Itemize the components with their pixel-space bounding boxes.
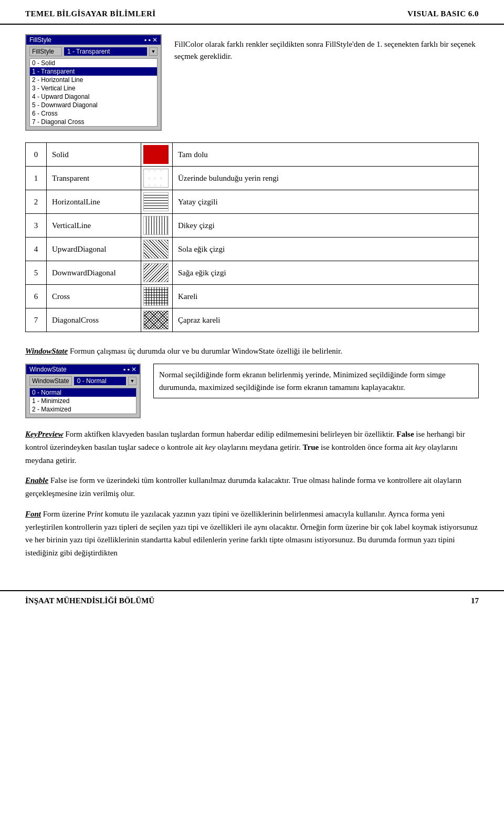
footer-left: İNŞAAT MÜHENDİSLİĞİ BÖLÜMÜ [25,596,154,605]
row-desc: Üzerinde bulunduğu yerin rengi [173,167,479,190]
fillstyle-option-3[interactable]: 3 - Vertical Line [30,84,157,92]
row-pattern [141,308,173,332]
font-text1: Form üzerine P [43,510,91,518]
row-name: Solid [47,143,141,167]
window-state-description: Normal seçildiğinde form ekranın belirle… [153,364,479,398]
row-desc: Kareli [173,285,479,308]
row-name: DiagonalCross [47,308,141,332]
fillstyle-title-bar: FillStyle ▪ ▪ ✕ [26,35,161,45]
fillstyle-option-2[interactable]: 2 - Horizontal Line [30,76,157,84]
header-title-left: TEMEL BİLGİSAYAR BİLİMLERİ [25,9,156,18]
keypreview-text4: ise kontrolden önce forma ait [321,443,415,451]
ws-window-title: WindowState [29,366,67,373]
table-row: 7 DiagonalCross Çapraz kareli [26,308,479,332]
fillstyle-combo: FillStyle 1 - Transparent ▼ [29,47,158,56]
row-name: HorizontalLine [47,190,141,214]
ws-dropdown-list[interactable]: 0 - Normal 1 - Minimized 2 - Maximized [29,388,136,414]
fillstyle-window-title: FillStyle [29,36,51,44]
window-state-intro: WindowState Formun çalışması üç durumda … [25,345,479,357]
table-row: 1 Transparent · · ·· · ·· · · Üzerinde b… [26,167,479,190]
row-name: DownwardDiagonal [47,261,141,285]
row-pattern [141,214,173,238]
fillstyle-option-1[interactable]: 1 - Transparent [30,67,157,76]
row-num: 5 [26,261,47,285]
fillstyle-window-controls: ▪ ▪ ✕ [144,36,158,44]
ws-combo-value: 0 - Normal [74,377,126,385]
table-row: 4 UpwardDiagonal Sola eğik çizgi [26,238,479,261]
ws-window-controls: ▪ ▪ ✕ [123,366,136,373]
page-header: TEMEL BİLGİSAYAR BİLİMLERİ VISUAL BASIC … [0,0,504,25]
row-desc: Sağa eğik çizgi [173,261,479,285]
row-desc: Tam dolu [173,143,479,167]
table-row: 3 VerticalLine Dikey çizgi [26,214,479,238]
row-name: Transparent [47,167,141,190]
top-section: FillStyle ▪ ▪ ✕ FillStyle 1 - Transparen… [25,34,479,131]
row-num: 2 [26,190,47,214]
ws-dropdown-btn[interactable]: ▼ [128,377,136,385]
font-term: Font [25,510,41,518]
row-num: 1 [26,167,47,190]
ws-combo-area: WindowState 0 - Normal ▼ 0 - Normal 1 - … [26,374,140,417]
row-desc: Dikey çizgi [173,214,479,238]
window-state-inner: WindowState ▪ ▪ ✕ WindowState 0 - Normal… [25,364,479,418]
top-description: FillColor olarak farklı renkler seçildik… [174,34,479,62]
enable-paragraph: Enable False ise form ve üzerindeki tüm … [25,474,479,500]
table-row: 2 HorizontalLine Yatay çizgili [26,190,479,214]
row-desc: Çapraz kareli [173,308,479,332]
ws-option-2[interactable]: 2 - Maximized [30,405,136,414]
keypreview-text1: Form aktifken klavyeden basılan tuşlarda… [65,430,396,438]
true-term: True [303,443,319,451]
ws-option-0[interactable]: 0 - Normal [30,388,136,397]
row-name: Cross [47,285,141,308]
row-num: 6 [26,285,47,308]
fillstyle-combo-label: FillStyle [29,47,62,56]
row-num: 0 [26,143,47,167]
table-row: 5 DownwardDiagonal Sağa eğik çizgi [26,261,479,285]
fillstyle-ui-mockup: FillStyle ▪ ▪ ✕ FillStyle 1 - Transparen… [25,34,162,131]
enable-term: Enable [25,476,48,484]
ws-option-1[interactable]: 1 - Minimized [30,397,136,405]
ws-title-bar: WindowState ▪ ▪ ✕ [26,365,140,374]
keypreview-paragraph: KeyPreview Form aktifken klavyeden basıl… [25,428,479,467]
row-pattern: · · ·· · ·· · · [141,167,173,190]
main-content: FillStyle ▪ ▪ ✕ FillStyle 1 - Transparen… [0,34,504,578]
row-num: 4 [26,238,47,261]
key-term2: key [415,443,425,451]
fillstyle-option-4[interactable]: 4 - Upward Diagonal [30,92,157,101]
print-italic: rint [91,510,103,518]
ws-combo: WindowState 0 - Normal ▼ [29,376,136,386]
windowstate-ui-mockup: WindowState ▪ ▪ ✕ WindowState 0 - Normal… [25,364,141,418]
fillstyle-combo-value: 1 - Transparent [64,47,147,56]
keypreview-term: KeyPreview [25,430,63,438]
fillstyle-option-5[interactable]: 5 - Downward Diagonal [30,101,157,109]
row-desc: Sola eğik çizgi [173,238,479,261]
header-title-right: VISUAL BASIC 6.0 [407,9,479,18]
fillstyle-table: 0 Solid Tam dolu 1 Transparent · · ·· · … [25,142,479,332]
window-state-section: WindowState Formun çalışması üç durumda … [25,345,479,418]
ws-combo-label: WindowState [29,376,72,386]
fillstyle-dropdown-list[interactable]: 0 - Solid 1 - Transparent 2 - Horizontal… [29,58,158,127]
row-num: 3 [26,214,47,238]
row-pattern [141,190,173,214]
footer-page-number: 17 [471,596,479,605]
keypreview-text3: olaylarını meydana getirir. [217,443,302,451]
row-desc: Yatay çizgili [173,190,479,214]
row-pattern [141,261,173,285]
key-term1: key [205,443,215,451]
fillstyle-dropdown-area: FillStyle 1 - Transparent ▼ 0 - Solid 1 … [26,45,161,130]
fillstyle-option-6[interactable]: 6 - Cross [30,109,157,118]
enable-text: False ise form ve üzerindeki tüm kontrol… [25,476,461,498]
fillstyle-dropdown-btn[interactable]: ▼ [149,47,158,56]
window-state-intro-text: Formun çalışması üç durumda olur ve bu d… [70,347,342,355]
page-footer: İNŞAAT MÜHENDİSLİĞİ BÖLÜMÜ 17 [0,590,504,611]
table-row: 6 Cross Kareli [26,285,479,308]
table-row: 0 Solid Tam dolu [26,143,479,167]
row-name: VerticalLine [47,214,141,238]
font-paragraph: Font Form üzerine Print komutu ile yazıl… [25,508,479,560]
row-num: 7 [26,308,47,332]
row-name: UpwardDiagonal [47,238,141,261]
row-pattern [141,143,173,167]
row-pattern [141,285,173,308]
fillstyle-option-7[interactable]: 7 - Diagonal Cross [30,118,157,126]
fillstyle-option-0[interactable]: 0 - Solid [30,59,157,67]
